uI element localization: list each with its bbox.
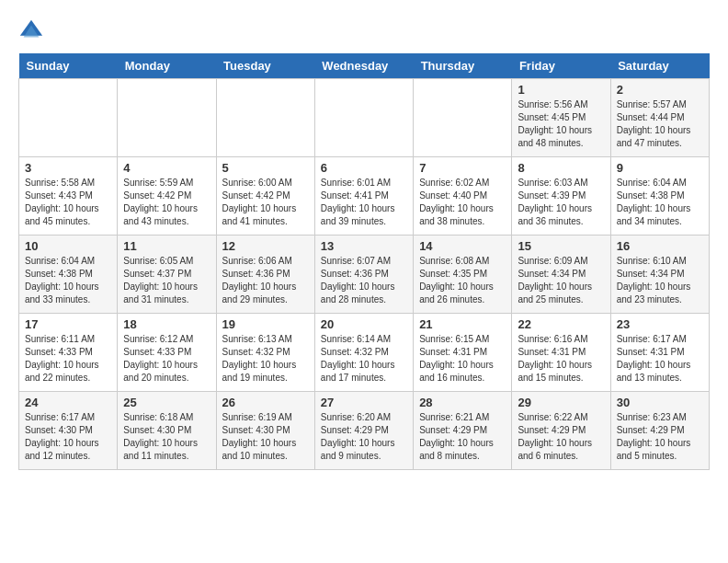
calendar-cell: 9Sunrise: 6:04 AM Sunset: 4:38 PM Daylig… (610, 157, 709, 236)
day-detail: Sunrise: 6:22 AM Sunset: 4:29 PM Dayligh… (518, 411, 604, 463)
calendar-cell: 6Sunrise: 6:01 AM Sunset: 4:41 PM Daylig… (314, 157, 413, 236)
calendar-cell: 30Sunrise: 6:23 AM Sunset: 4:29 PM Dayli… (610, 392, 709, 470)
calendar-cell: 17Sunrise: 6:11 AM Sunset: 4:33 PM Dayli… (19, 314, 118, 392)
calendar-week-row: 10Sunrise: 6:04 AM Sunset: 4:38 PM Dayli… (19, 236, 710, 314)
calendar-cell (216, 79, 314, 157)
day-number: 29 (518, 396, 604, 409)
day-number: 2 (617, 83, 703, 97)
calendar-cell: 12Sunrise: 6:06 AM Sunset: 4:36 PM Dayli… (216, 236, 314, 314)
day-detail: Sunrise: 6:09 AM Sunset: 4:34 PM Dayligh… (518, 255, 604, 306)
day-number: 26 (222, 396, 309, 409)
calendar-cell: 19Sunrise: 6:13 AM Sunset: 4:32 PM Dayli… (216, 314, 314, 392)
calendar-week-row: 24Sunrise: 6:17 AM Sunset: 4:30 PM Dayli… (19, 392, 710, 470)
calendar-cell: 23Sunrise: 6:17 AM Sunset: 4:31 PM Dayli… (610, 314, 709, 392)
day-number: 18 (123, 317, 210, 331)
calendar-cell: 1Sunrise: 5:56 AM Sunset: 4:45 PM Daylig… (512, 79, 610, 157)
day-detail: Sunrise: 6:03 AM Sunset: 4:39 PM Dayligh… (518, 177, 604, 228)
calendar-cell: 16Sunrise: 6:10 AM Sunset: 4:34 PM Dayli… (610, 236, 709, 314)
calendar-cell: 5Sunrise: 6:00 AM Sunset: 4:42 PM Daylig… (216, 157, 314, 236)
day-number: 27 (321, 396, 407, 409)
day-detail: Sunrise: 6:18 AM Sunset: 4:30 PM Dayligh… (123, 411, 210, 463)
calendar-cell: 7Sunrise: 6:02 AM Sunset: 4:40 PM Daylig… (414, 157, 512, 236)
day-number: 15 (518, 239, 604, 253)
weekday-header: Wednesday (314, 53, 413, 79)
calendar-header-row: SundayMondayTuesdayWednesdayThursdayFrid… (19, 53, 710, 79)
calendar-week-row: 3Sunrise: 5:58 AM Sunset: 4:43 PM Daylig… (19, 157, 710, 236)
calendar-table: SundayMondayTuesdayWednesdayThursdayFrid… (18, 53, 710, 470)
day-detail: Sunrise: 6:21 AM Sunset: 4:29 PM Dayligh… (419, 411, 506, 463)
day-number: 13 (321, 239, 407, 253)
day-number: 19 (222, 317, 309, 331)
day-detail: Sunrise: 6:04 AM Sunset: 4:38 PM Dayligh… (617, 177, 703, 228)
day-number: 16 (617, 239, 703, 253)
day-detail: Sunrise: 6:04 AM Sunset: 4:38 PM Dayligh… (25, 255, 111, 306)
day-number: 24 (25, 396, 111, 409)
day-number: 7 (419, 161, 506, 175)
calendar-cell (118, 79, 216, 157)
calendar-cell: 20Sunrise: 6:14 AM Sunset: 4:32 PM Dayli… (314, 314, 413, 392)
day-number: 6 (321, 161, 407, 175)
day-detail: Sunrise: 6:08 AM Sunset: 4:35 PM Dayligh… (419, 255, 506, 306)
day-detail: Sunrise: 5:57 AM Sunset: 4:44 PM Dayligh… (617, 98, 703, 150)
day-detail: Sunrise: 6:19 AM Sunset: 4:30 PM Dayligh… (222, 411, 309, 463)
calendar-week-row: 17Sunrise: 6:11 AM Sunset: 4:33 PM Dayli… (19, 314, 710, 392)
day-detail: Sunrise: 6:17 AM Sunset: 4:30 PM Dayligh… (25, 411, 111, 463)
day-detail: Sunrise: 5:59 AM Sunset: 4:42 PM Dayligh… (123, 177, 210, 228)
calendar-cell: 29Sunrise: 6:22 AM Sunset: 4:29 PM Dayli… (512, 392, 610, 470)
calendar-cell: 25Sunrise: 6:18 AM Sunset: 4:30 PM Dayli… (118, 392, 216, 470)
calendar-cell (314, 79, 413, 157)
calendar-cell: 10Sunrise: 6:04 AM Sunset: 4:38 PM Dayli… (19, 236, 118, 314)
day-number: 17 (25, 317, 111, 331)
day-number: 28 (419, 396, 506, 409)
calendar-cell: 13Sunrise: 6:07 AM Sunset: 4:36 PM Dayli… (314, 236, 413, 314)
day-detail: Sunrise: 6:15 AM Sunset: 4:31 PM Dayligh… (419, 333, 506, 385)
day-detail: Sunrise: 6:01 AM Sunset: 4:41 PM Dayligh… (321, 177, 407, 228)
day-detail: Sunrise: 6:17 AM Sunset: 4:31 PM Dayligh… (617, 333, 703, 385)
day-number: 5 (222, 161, 309, 175)
day-number: 8 (518, 161, 604, 175)
day-detail: Sunrise: 6:23 AM Sunset: 4:29 PM Dayligh… (617, 411, 703, 463)
day-number: 23 (617, 317, 703, 331)
calendar-cell: 28Sunrise: 6:21 AM Sunset: 4:29 PM Dayli… (414, 392, 512, 470)
calendar-cell: 22Sunrise: 6:16 AM Sunset: 4:31 PM Dayli… (512, 314, 610, 392)
calendar-cell: 18Sunrise: 6:12 AM Sunset: 4:33 PM Dayli… (118, 314, 216, 392)
calendar-cell (19, 79, 118, 157)
weekday-header: Friday (512, 53, 610, 79)
day-detail: Sunrise: 6:14 AM Sunset: 4:32 PM Dayligh… (321, 333, 407, 385)
calendar-cell: 3Sunrise: 5:58 AM Sunset: 4:43 PM Daylig… (19, 157, 118, 236)
day-detail: Sunrise: 6:12 AM Sunset: 4:33 PM Dayligh… (123, 333, 210, 385)
calendar-cell: 27Sunrise: 6:20 AM Sunset: 4:29 PM Dayli… (314, 392, 413, 470)
day-number: 22 (518, 317, 604, 331)
day-detail: Sunrise: 6:07 AM Sunset: 4:36 PM Dayligh… (321, 255, 407, 306)
calendar-cell: 15Sunrise: 6:09 AM Sunset: 4:34 PM Dayli… (512, 236, 610, 314)
logo-icon (18, 18, 44, 44)
calendar-cell (414, 79, 512, 157)
day-number: 14 (419, 239, 506, 253)
day-number: 1 (518, 83, 604, 97)
calendar-cell: 26Sunrise: 6:19 AM Sunset: 4:30 PM Dayli… (216, 392, 314, 470)
calendar-cell: 8Sunrise: 6:03 AM Sunset: 4:39 PM Daylig… (512, 157, 610, 236)
weekday-header: Tuesday (216, 53, 314, 79)
day-number: 3 (25, 161, 111, 175)
day-number: 10 (25, 239, 111, 253)
calendar-cell: 21Sunrise: 6:15 AM Sunset: 4:31 PM Dayli… (414, 314, 512, 392)
weekday-header: Saturday (610, 53, 709, 79)
calendar-cell: 24Sunrise: 6:17 AM Sunset: 4:30 PM Dayli… (19, 392, 118, 470)
calendar-cell: 4Sunrise: 5:59 AM Sunset: 4:42 PM Daylig… (118, 157, 216, 236)
day-number: 25 (123, 396, 210, 409)
day-detail: Sunrise: 5:58 AM Sunset: 4:43 PM Dayligh… (25, 177, 111, 228)
day-detail: Sunrise: 6:06 AM Sunset: 4:36 PM Dayligh… (222, 255, 309, 306)
day-number: 11 (123, 239, 210, 253)
day-detail: Sunrise: 6:05 AM Sunset: 4:37 PM Dayligh… (123, 255, 210, 306)
calendar-cell: 2Sunrise: 5:57 AM Sunset: 4:44 PM Daylig… (610, 79, 709, 157)
day-number: 21 (419, 317, 506, 331)
page-header (18, 18, 710, 44)
day-detail: Sunrise: 6:16 AM Sunset: 4:31 PM Dayligh… (518, 333, 604, 385)
calendar-cell: 14Sunrise: 6:08 AM Sunset: 4:35 PM Dayli… (414, 236, 512, 314)
calendar-cell: 11Sunrise: 6:05 AM Sunset: 4:37 PM Dayli… (118, 236, 216, 314)
day-number: 30 (617, 396, 703, 409)
day-number: 9 (617, 161, 703, 175)
day-detail: Sunrise: 6:10 AM Sunset: 4:34 PM Dayligh… (617, 255, 703, 306)
weekday-header: Thursday (414, 53, 512, 79)
day-detail: Sunrise: 6:13 AM Sunset: 4:32 PM Dayligh… (222, 333, 309, 385)
